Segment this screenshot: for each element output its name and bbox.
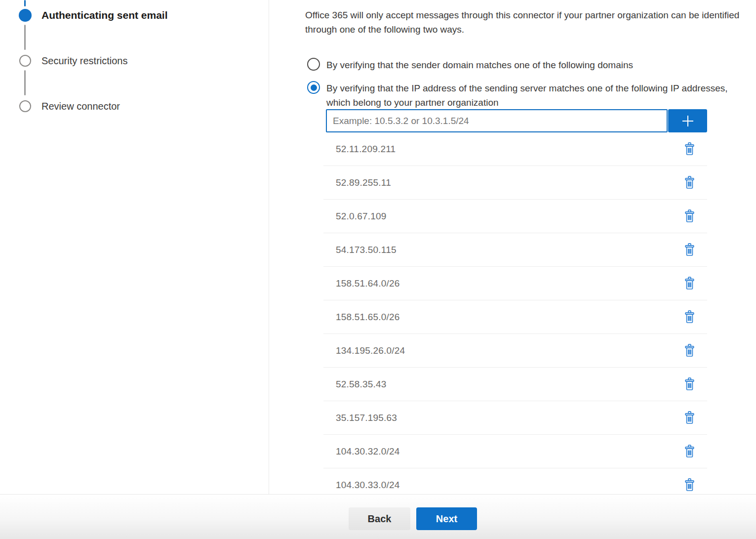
trash-icon bbox=[684, 411, 695, 424]
ip-value: 52.89.255.11 bbox=[336, 177, 391, 188]
trash-icon bbox=[684, 344, 695, 357]
add-ip-button[interactable] bbox=[668, 109, 707, 132]
trash-icon bbox=[684, 176, 695, 189]
next-button[interactable]: Next bbox=[416, 507, 477, 530]
step-review-connector[interactable]: Review connector bbox=[41, 100, 120, 113]
ip-list-item: 52.0.67.109 bbox=[323, 200, 707, 233]
step-authenticating-sent-email[interactable]: Authenticating sent email bbox=[41, 9, 168, 22]
delete-ip-button[interactable] bbox=[683, 141, 696, 157]
delete-ip-button[interactable] bbox=[683, 276, 696, 291]
plus-icon bbox=[680, 113, 696, 129]
option-label: By verifying that the sender domain matc… bbox=[326, 58, 633, 72]
delete-ip-button[interactable] bbox=[683, 242, 696, 257]
ip-value: 158.51.65.0/26 bbox=[336, 312, 400, 323]
trash-icon bbox=[684, 310, 695, 324]
trash-icon bbox=[684, 478, 695, 492]
ip-value: 134.195.26.0/24 bbox=[336, 345, 405, 356]
trash-icon bbox=[684, 377, 695, 391]
ip-list-item: 158.51.65.0/26 bbox=[323, 300, 707, 334]
delete-ip-button[interactable] bbox=[683, 309, 696, 325]
radio-sender-domain[interactable] bbox=[307, 58, 320, 71]
ip-list-item: 104.30.32.0/24 bbox=[323, 435, 707, 468]
ip-list: 52.11.209.211 52.89.255.11 52.0.67.109 bbox=[323, 132, 707, 502]
trash-icon bbox=[684, 445, 695, 458]
delete-ip-button[interactable] bbox=[683, 175, 696, 190]
intro-text: Office 365 will only accept messages thr… bbox=[305, 8, 756, 37]
back-button[interactable]: Back bbox=[349, 507, 410, 530]
ip-list-item: 54.173.50.115 bbox=[323, 233, 707, 267]
trash-icon bbox=[684, 209, 695, 223]
step-indicator-upcoming bbox=[19, 55, 31, 67]
step-indicator-active bbox=[19, 9, 32, 22]
ip-list-item: 134.195.26.0/24 bbox=[323, 334, 707, 368]
option-label: By verifying that the IP address of the … bbox=[326, 81, 735, 110]
ip-address-input[interactable] bbox=[326, 109, 668, 132]
ip-value: 35.157.195.63 bbox=[336, 413, 397, 423]
ip-list-item: 52.58.35.43 bbox=[323, 368, 707, 401]
ip-list-item: 52.11.209.211 bbox=[323, 132, 707, 166]
option-sender-domain[interactable]: By verifying that the sender domain matc… bbox=[307, 58, 633, 72]
delete-ip-button[interactable] bbox=[683, 208, 696, 224]
ip-value: 52.0.67.109 bbox=[336, 211, 387, 222]
ip-value: 104.30.33.0/24 bbox=[336, 480, 400, 491]
delete-ip-button[interactable] bbox=[683, 477, 696, 493]
ip-list-item: 52.89.255.11 bbox=[323, 166, 707, 200]
trash-icon bbox=[684, 243, 695, 256]
ip-value: 52.11.209.211 bbox=[336, 144, 396, 155]
delete-ip-button[interactable] bbox=[683, 343, 696, 358]
wizard-stepper: Authenticating sent email Security restr… bbox=[0, 0, 269, 494]
ip-list-item: 158.51.64.0/26 bbox=[323, 267, 707, 300]
ip-value: 104.30.32.0/24 bbox=[336, 446, 400, 457]
authenticating-sent-email-panel: Office 365 will only accept messages thr… bbox=[305, 0, 756, 494]
trash-icon bbox=[684, 277, 695, 290]
delete-ip-button[interactable] bbox=[683, 444, 696, 459]
delete-ip-button[interactable] bbox=[683, 376, 696, 392]
ip-value: 52.58.35.43 bbox=[336, 379, 387, 390]
stepper-connector bbox=[24, 70, 26, 95]
delete-ip-button[interactable] bbox=[683, 410, 696, 425]
ip-value: 54.173.50.115 bbox=[336, 245, 397, 255]
radio-ip-address[interactable] bbox=[307, 81, 320, 94]
ip-value: 158.51.64.0/26 bbox=[336, 278, 400, 289]
trash-icon bbox=[684, 142, 695, 156]
ip-list-item: 35.157.195.63 bbox=[323, 401, 707, 435]
step-security-restrictions[interactable]: Security restrictions bbox=[41, 54, 128, 67]
wizard-footer: Back Next bbox=[0, 494, 756, 539]
stepper-connector-top bbox=[24, 0, 26, 6]
option-ip-address[interactable]: By verifying that the IP address of the … bbox=[307, 81, 735, 110]
stepper-connector bbox=[24, 25, 26, 50]
step-indicator-upcoming bbox=[19, 100, 31, 112]
